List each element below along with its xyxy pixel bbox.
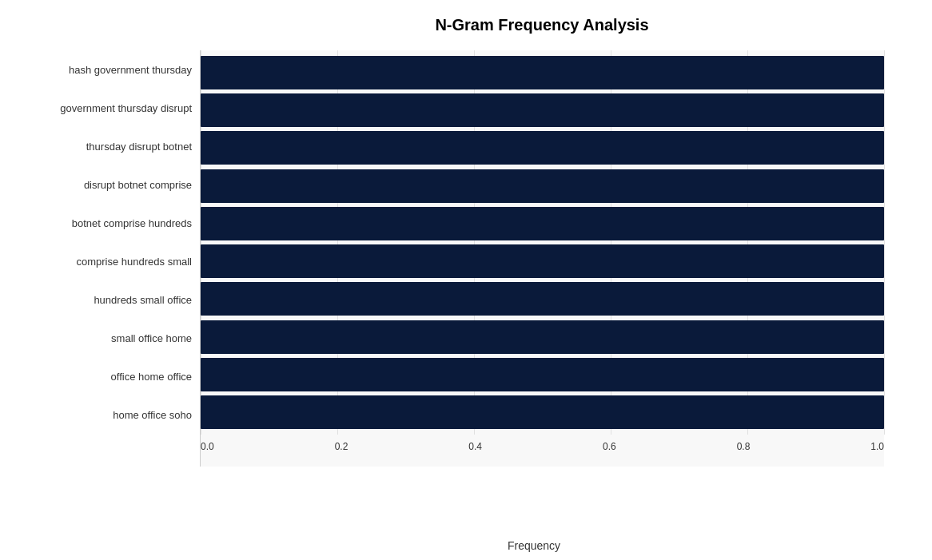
bar-row [201, 54, 884, 91]
y-axis-labels: hash government thursdaygovernment thurs… [16, 50, 200, 467]
bars-container [201, 50, 884, 435]
y-axis-label: thursday disrupt botnet [16, 127, 200, 165]
y-axis-label: hash government thursday [16, 50, 200, 89]
chart-title: N-Gram Frequency Analysis [16, 16, 884, 34]
bar [201, 395, 884, 429]
bar [201, 56, 884, 89]
bar [201, 131, 884, 165]
y-axis-label: botnet comprise hundreds [16, 204, 200, 242]
x-tick-label: 0.2 [335, 441, 349, 452]
bar-row [201, 167, 884, 205]
plot-area: 0.00.20.40.60.81.0 [200, 50, 884, 467]
y-axis-label: government thursday disrupt [16, 89, 200, 127]
bar [201, 93, 884, 127]
x-tick-label: 0.8 [737, 441, 751, 452]
y-axis-label: small office home [16, 320, 200, 358]
bar [201, 169, 884, 203]
y-axis-label: disrupt botnet comprise [16, 165, 200, 204]
bar-row [201, 394, 884, 431]
x-axis-title: Frequency [184, 539, 884, 552]
bar-row [201, 280, 884, 318]
chart-container: N-Gram Frequency Analysis hash governmen… [0, 0, 932, 560]
x-tick-label: 1.0 [870, 441, 884, 452]
bar [201, 244, 884, 278]
bar [201, 320, 884, 354]
bar-row [201, 355, 884, 393]
bar-row [201, 205, 884, 242]
x-tick-label: 0.6 [603, 441, 616, 452]
y-axis-label: hundreds small office [16, 281, 200, 320]
bar [201, 207, 884, 240]
x-tick-label: 0.4 [468, 441, 482, 452]
chart-area: hash government thursdaygovernment thurs… [16, 50, 884, 467]
gridline [884, 50, 885, 435]
gridlines-and-bars [201, 50, 884, 435]
bar-row [201, 318, 884, 355]
bar-row [201, 91, 884, 129]
x-axis: 0.00.20.40.60.81.0 [201, 435, 884, 467]
y-axis-label: comprise hundreds small [16, 242, 200, 280]
x-axis-labels: 0.00.20.40.60.81.0 [201, 435, 884, 452]
bar-row [201, 129, 884, 167]
y-axis-label: office home office [16, 358, 200, 396]
y-axis-label: home office soho [16, 396, 200, 435]
bar-row [201, 242, 884, 280]
bar [201, 282, 884, 316]
x-tick-label: 0.0 [201, 441, 214, 452]
bar [201, 358, 884, 391]
